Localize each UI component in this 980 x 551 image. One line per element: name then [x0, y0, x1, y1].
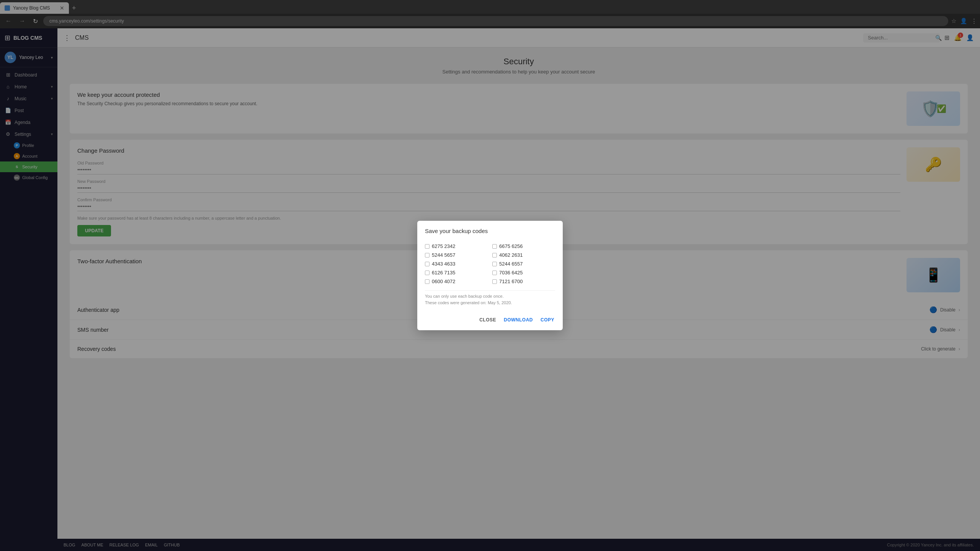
backup-code-value: 5244 5657 — [432, 252, 455, 258]
code-checkbox — [425, 244, 430, 249]
backup-codes-grid: 6275 2342 5244 5657 4343 4633 6126 7135 — [425, 242, 555, 286]
close-button[interactable]: CLOSE — [479, 316, 497, 324]
backup-code-item: 6675 6256 — [492, 242, 555, 251]
codes-left-column: 6275 2342 5244 5657 4343 4633 6126 7135 — [425, 242, 488, 286]
backup-code-value: 6126 7135 — [432, 270, 455, 276]
modal-info: You can only use each backup code once. … — [425, 290, 555, 308]
backup-code-value: 7036 6425 — [499, 270, 523, 276]
backup-code-value: 7121 6700 — [499, 279, 523, 284]
backup-code-value: 4062 2631 — [499, 252, 523, 258]
code-checkbox — [492, 271, 497, 275]
modal-info-line2: These codes were generated on: May 5, 20… — [425, 300, 555, 306]
modal-overlay[interactable]: Save your backup codes 6275 2342 5244 56… — [0, 0, 980, 551]
backup-codes-modal: Save your backup codes 6275 2342 5244 56… — [417, 221, 563, 330]
backup-code-item: 4062 2631 — [492, 251, 555, 259]
backup-code-value: 6675 6256 — [499, 243, 523, 249]
backup-code-item: 5244 6557 — [492, 259, 555, 268]
backup-code-value: 5244 6557 — [499, 261, 523, 267]
backup-code-item: 0600 4072 — [425, 277, 488, 286]
modal-body: 6275 2342 5244 5657 4343 4633 6126 7135 — [417, 239, 563, 311]
backup-code-item: 6126 7135 — [425, 268, 488, 277]
backup-code-value: 0600 4072 — [432, 279, 455, 284]
codes-right-column: 6675 6256 4062 2631 5244 6557 7036 6425 — [492, 242, 555, 286]
code-checkbox — [492, 262, 497, 266]
code-checkbox — [492, 279, 497, 284]
code-checkbox — [425, 279, 430, 284]
backup-code-item: 5244 5657 — [425, 251, 488, 259]
code-checkbox — [425, 271, 430, 275]
modal-header: Save your backup codes — [417, 221, 563, 239]
code-checkbox — [425, 262, 430, 266]
copy-button[interactable]: COPY — [540, 316, 555, 324]
backup-code-item: 7036 6425 — [492, 268, 555, 277]
modal-info-line1: You can only use each backup code once. — [425, 293, 555, 300]
code-checkbox — [492, 253, 497, 258]
backup-code-item: 7121 6700 — [492, 277, 555, 286]
code-checkbox — [425, 253, 430, 258]
code-checkbox — [492, 244, 497, 249]
modal-footer: CLOSE DOWNLOAD COPY — [417, 311, 563, 330]
backup-code-value: 6275 2342 — [432, 243, 455, 249]
modal-title: Save your backup codes — [425, 228, 555, 234]
download-button[interactable]: DOWNLOAD — [503, 316, 534, 324]
backup-code-item: 6275 2342 — [425, 242, 488, 251]
backup-code-value: 4343 4633 — [432, 261, 455, 267]
backup-code-item: 4343 4633 — [425, 259, 488, 268]
